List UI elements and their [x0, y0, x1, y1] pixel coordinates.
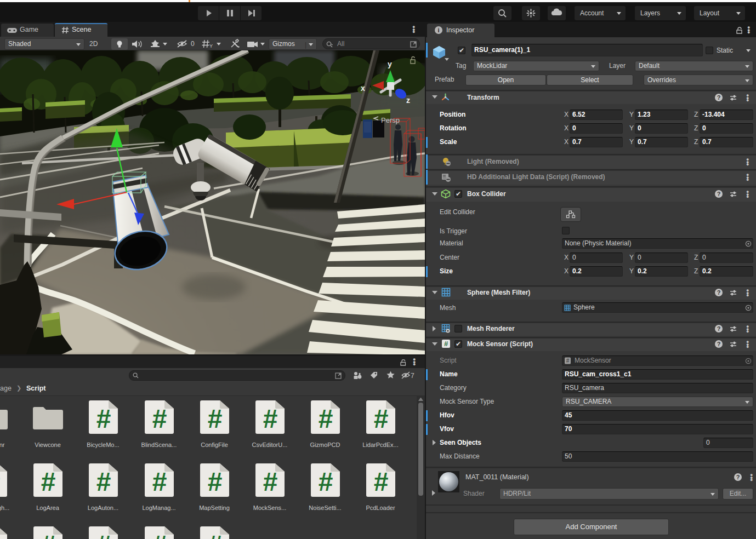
svg-text:z: z	[406, 96, 410, 105]
svg-text:#: #	[566, 358, 570, 364]
svg-text:7: 7	[411, 372, 414, 380]
svg-text:#: #	[444, 340, 448, 348]
svg-text:Y: Y	[209, 43, 213, 49]
svg-text:x: x	[361, 84, 365, 93]
svg-text:y: y	[388, 60, 392, 68]
svg-text:Persp: Persp	[381, 116, 400, 124]
